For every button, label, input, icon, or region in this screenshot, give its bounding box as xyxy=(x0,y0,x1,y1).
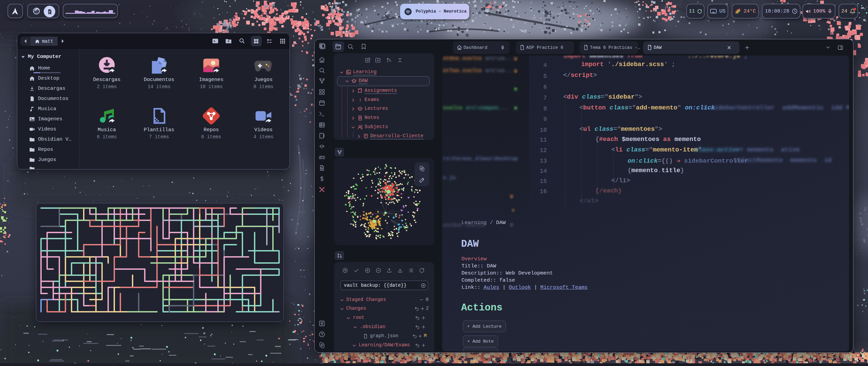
svg-text:$_: $_ xyxy=(214,40,217,43)
